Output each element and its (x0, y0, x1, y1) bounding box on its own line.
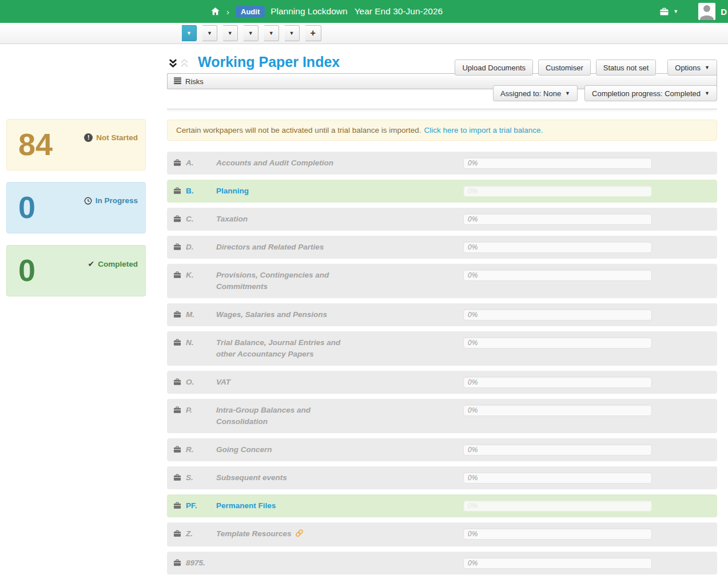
progress-bar: 0% (463, 270, 652, 281)
review-points-dropdown-toggle[interactable]: ▼ (285, 25, 300, 41)
toolbar: File ▼ Working Paper Index ▼ Workflow ▼ (0, 23, 728, 44)
not-started-label: Not Started (96, 133, 138, 142)
trial-balance-dropdown-toggle[interactable]: ▼ (244, 25, 258, 41)
briefcase-icon (173, 501, 181, 512)
chevron-down-icon: ▼ (207, 31, 212, 36)
progress-bar: 0% (463, 337, 652, 349)
briefcase-icon (173, 445, 181, 456)
section-row-p: P. Intra-Group Balances and Consolidatio… (167, 399, 717, 433)
chevron-down-icon: ▼ (228, 31, 233, 36)
chevron-down-icon: ▼ (186, 31, 192, 36)
briefcase-icon (659, 7, 669, 16)
briefcase-icon (173, 310, 181, 320)
engagements-menu[interactable]: ▼ (659, 7, 678, 16)
completed-label: Completed (98, 260, 138, 268)
section-row-b[interactable]: B. Planning 0% (167, 180, 717, 203)
section-row-z: Z. Template Resources 0% (167, 522, 717, 547)
progress-bar: 0% (463, 528, 652, 540)
chevron-down-icon: ▼ (705, 91, 710, 96)
chevron-down-icon: ▼ (565, 91, 570, 96)
workflow-dropdown-toggle[interactable]: ▼ (223, 25, 238, 41)
options-dropdown[interactable]: Options ▼ (667, 60, 717, 76)
section-row-o: O. VAT 0% (167, 371, 717, 394)
briefcase-icon (173, 473, 181, 484)
completion-progress-dropdown[interactable]: Completion progress: Completed ▼ (584, 85, 717, 101)
file-dropdown-toggle[interactable]: ▼ (182, 25, 197, 41)
progress-bar: 0% (463, 472, 652, 484)
briefcase-icon (173, 378, 181, 388)
progress-bar: 0% (463, 185, 652, 197)
progress-bar: 0% (463, 377, 652, 388)
year-end-label: Year End 30-Jun-2026 (355, 6, 443, 17)
progress-bar: 0% (463, 309, 652, 320)
section-link[interactable]: Permanent Files (216, 500, 276, 512)
section-link[interactable]: Planning (216, 185, 249, 197)
exclamation-circle-icon: ! (84, 133, 93, 142)
section-row-k: K. Provisions, Contingencies and Commitm… (167, 264, 717, 298)
page: › Audit Planning Lockdown Year End 30-Ju… (0, 0, 728, 582)
review-points-button-group: Review Points ▼ (285, 25, 300, 41)
chevron-down-icon: ▼ (269, 31, 274, 36)
journal-entries-dropdown-toggle[interactable]: ▼ (264, 25, 279, 41)
collapse-all-icon[interactable] (168, 58, 178, 68)
section-row-a: A. Accounts and Audit Completion 0% (167, 152, 717, 175)
add-tab-button[interactable]: + (305, 25, 321, 41)
progress-bar: 0% (463, 213, 652, 225)
expand-all-icon[interactable] (180, 58, 189, 68)
link-icon (295, 529, 304, 541)
section-row-n: N. Trial Balance, Journal Entries and ot… (167, 331, 717, 366)
import-trial-balance-link[interactable]: Click here to import a trial balance. (424, 126, 543, 134)
customiser-button[interactable]: Customiser (538, 60, 591, 76)
briefcase-icon (173, 406, 181, 416)
user-name: D (721, 7, 727, 17)
alert-text: Certain workpapers will not be activated… (176, 126, 421, 134)
status-summary: 84 ! Not Started 0 In Progress 0 ✔ Compl… (6, 119, 146, 296)
breadcrumb: › Audit Planning Lockdown Year End 30-Ju… (210, 0, 443, 23)
progress-bar: 0% (463, 241, 652, 253)
section-row-d: D. Directors and Related Parties 0% (167, 236, 717, 259)
briefcase-icon (173, 243, 181, 253)
risks-button-group: Risks + (305, 25, 321, 41)
section-row-c: C. Taxation 0% (167, 208, 717, 231)
in-progress-count: 0 (18, 191, 35, 224)
section-row-8975: 8975. 0% (167, 552, 717, 575)
wpi-button-group: Working Paper Index ▼ (202, 25, 217, 41)
collapse-controls (168, 58, 189, 68)
chevron-down-icon: ▼ (705, 65, 710, 70)
topbar-right: ▼ D (659, 0, 727, 23)
check-icon: ✔ (88, 259, 95, 268)
in-progress-card[interactable]: 0 In Progress (6, 182, 146, 233)
divider (167, 109, 717, 109)
page-title: Working Paper Index (198, 54, 340, 70)
completed-card[interactable]: 0 ✔ Completed (6, 245, 146, 296)
breadcrumb-separator-icon: › (226, 7, 229, 17)
trial-balance-button-group: T Trial Balance ▼ (244, 25, 258, 41)
completed-count: 0 (18, 254, 35, 287)
upload-documents-button[interactable]: Upload Documents (455, 60, 533, 76)
home-icon[interactable] (210, 7, 220, 16)
not-started-card[interactable]: 84 ! Not Started (6, 119, 146, 171)
in-progress-label: In Progress (96, 196, 138, 205)
audit-badge: Audit (236, 6, 265, 18)
main-content: Working Paper Index Upload Documents Cus… (167, 50, 717, 575)
page-actions: Upload Documents Customiser Status not s… (455, 60, 717, 76)
progress-bar: 0% (463, 557, 652, 569)
journal-entries-button-group: Journal Entries ▼ (264, 25, 279, 41)
avatar[interactable] (698, 3, 715, 20)
briefcase-icon (173, 338, 181, 349)
section-row-pf[interactable]: PF. Permanent Files 0% (167, 494, 717, 517)
briefcase-icon (173, 187, 181, 197)
file-button-group: File ▼ (182, 25, 197, 41)
status-not-set-button[interactable]: Status not set (596, 60, 657, 76)
briefcase-icon (173, 159, 181, 169)
wpi-dropdown-toggle[interactable]: ▼ (202, 25, 217, 41)
briefcase-icon (173, 215, 181, 225)
section-row-r: R. Going Concern 0% (167, 438, 717, 461)
briefcase-icon (173, 529, 181, 540)
briefcase-icon (173, 271, 181, 281)
assigned-to-dropdown[interactable]: Assigned to: None ▼ (493, 85, 578, 101)
top-header: › Audit Planning Lockdown Year End 30-Ju… (0, 0, 728, 23)
section-row-m: M. Wages, Salaries and Pensions 0% (167, 303, 717, 326)
trial-balance-alert: Certain workpapers will not be activated… (167, 120, 717, 141)
section-list: A. Accounts and Audit Completion 0% B. P… (167, 152, 717, 575)
